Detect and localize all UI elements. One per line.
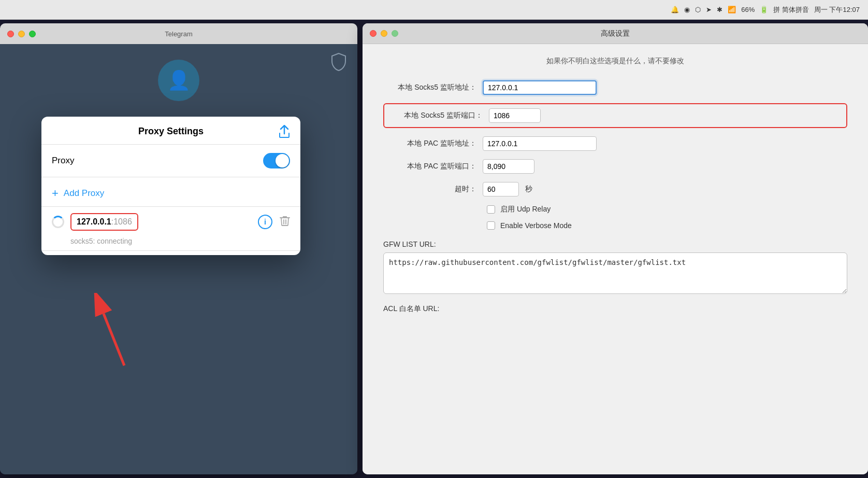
socks5-port-input[interactable] xyxy=(489,108,541,123)
timeout-label: 超时： xyxy=(383,185,476,194)
telegram-titlebar: Telegram xyxy=(0,23,357,44)
acl-label: ACL 白名单 URL: xyxy=(383,304,847,314)
maximize-button[interactable] xyxy=(29,31,36,37)
proxy-delete-button[interactable] xyxy=(280,215,290,229)
menu-bar: 🔔 ◉ ⬡ ➤ ✱ 📶 66% 🔋 拼 简体拼音 周一 下午12:07 xyxy=(0,0,868,20)
close-button[interactable] xyxy=(7,31,14,37)
settings-window: 高级设置 如果你不明白这些选项是什么，请不要修改 本地 Socks5 监听地址：… xyxy=(363,23,868,474)
send-icon: ➤ xyxy=(706,6,712,13)
time-display: 周一 下午12:07 xyxy=(814,5,860,15)
settings-row-pac-addr: 本地 PAC 监听地址： xyxy=(383,136,847,151)
proxy-actions: i xyxy=(258,215,290,229)
proxy-address-box[interactable]: 127.0.0.1:1086 xyxy=(70,213,138,231)
proxy-share-button[interactable] xyxy=(279,125,290,141)
verbose-mode-label: Enable Verbose Mode xyxy=(500,221,572,230)
settings-warning: 如果你不明白这些选项是什么，请不要修改 xyxy=(383,54,847,68)
menu-bar-right: 🔔 ◉ ⬡ ➤ ✱ 📶 66% 🔋 拼 简体拼音 周一 下午12:07 xyxy=(671,5,860,15)
settings-row-timeout: 超时： 秒 xyxy=(383,182,847,196)
telegram-window: Telegram 👤 局 co Proxy Settings xyxy=(0,23,357,474)
telegram-title: Telegram xyxy=(165,30,192,38)
add-proxy-text: Add Proxy xyxy=(64,188,104,199)
settings-close-button[interactable] xyxy=(370,30,377,37)
settings-title: 高级设置 xyxy=(601,29,630,38)
proxy-modal: Proxy Settings Proxy + Add Proxy xyxy=(41,117,300,255)
minimize-button[interactable] xyxy=(18,31,25,37)
add-proxy-row[interactable]: + Add Proxy xyxy=(41,182,300,206)
settings-row-pac-port: 本地 PAC 监听端口： xyxy=(383,159,847,174)
battery-icon: 🔋 xyxy=(760,6,768,13)
wifi-icon: 📶 xyxy=(728,6,736,13)
socks5-addr-input[interactable] xyxy=(483,80,597,95)
settings-minimize-button[interactable] xyxy=(381,30,387,37)
verbose-mode-row: Enable Verbose Mode xyxy=(383,221,847,230)
pac-port-label: 本地 PAC 监听端口： xyxy=(383,162,476,171)
proxy-toggle[interactable] xyxy=(263,153,290,168)
divider-2 xyxy=(41,177,300,177)
add-proxy-plus-icon: + xyxy=(52,188,59,199)
tg-avatar: 👤 xyxy=(158,60,199,101)
toggle-knob xyxy=(276,154,289,167)
location-icon: ◉ xyxy=(684,6,690,13)
settings-row-socks5-addr: 本地 Socks5 监听地址： xyxy=(383,80,847,95)
proxy-port: :1086 xyxy=(111,217,132,226)
settings-body: 如果你不明白这些选项是什么，请不要修改 本地 Socks5 监听地址： 本地 S… xyxy=(363,44,868,474)
bell-icon: 🔔 xyxy=(671,6,679,13)
settings-row-socks5-port: 本地 Socks5 监听端口： xyxy=(383,103,847,128)
pac-port-input[interactable] xyxy=(483,159,534,174)
telegram-background: 👤 局 co Proxy Settings Proxy xyxy=(0,44,357,474)
pac-addr-input[interactable] xyxy=(483,136,597,151)
divider-4 xyxy=(41,250,300,251)
proxy-modal-title: Proxy Settings xyxy=(138,126,204,137)
gfw-url-label: GFW LIST URL: xyxy=(383,240,847,248)
proxy-info-button[interactable]: i xyxy=(258,215,272,229)
udp-relay-row: 启用 Udp Relay xyxy=(383,205,847,214)
proxy-modal-header: Proxy Settings xyxy=(41,117,300,137)
gfw-section: GFW LIST URL: https://raw.githubusercont… xyxy=(383,240,847,296)
svg-line-1 xyxy=(104,314,124,365)
cursor-icon: ⬡ xyxy=(695,6,701,13)
ime-label: 拼 简体拼音 xyxy=(773,5,809,15)
proxy-item-row: 127.0.0.1:1086 i xyxy=(41,207,300,237)
pac-addr-label: 本地 PAC 监听地址： xyxy=(383,139,476,148)
socks5-addr-label: 本地 Socks5 监听地址： xyxy=(383,83,476,92)
settings-maximize-button xyxy=(392,30,398,37)
proxy-ip: 127.0.0.1 xyxy=(77,217,111,226)
battery-text: 66% xyxy=(741,6,755,13)
timeout-unit: 秒 xyxy=(525,185,532,194)
settings-titlebar: 高级设置 xyxy=(363,23,868,44)
proxy-label: Proxy xyxy=(52,156,74,166)
verbose-mode-checkbox[interactable] xyxy=(487,221,495,230)
socks5-port-label: 本地 Socks5 监听端口： xyxy=(389,111,483,120)
arrow-annotation xyxy=(73,293,176,376)
proxy-status: socks5: connecting xyxy=(41,237,300,250)
udp-relay-checkbox[interactable] xyxy=(487,205,495,214)
gfw-url-input[interactable]: https://raw.githubusercontent.com/gfwlis… xyxy=(383,252,847,294)
udp-relay-label: 启用 Udp Relay xyxy=(500,205,551,214)
timeout-input[interactable] xyxy=(483,182,519,196)
shield-icon xyxy=(330,52,347,73)
bluetooth-icon: ✱ xyxy=(717,6,722,13)
proxy-toggle-row: Proxy xyxy=(41,145,300,177)
proxy-spinner xyxy=(52,216,64,228)
